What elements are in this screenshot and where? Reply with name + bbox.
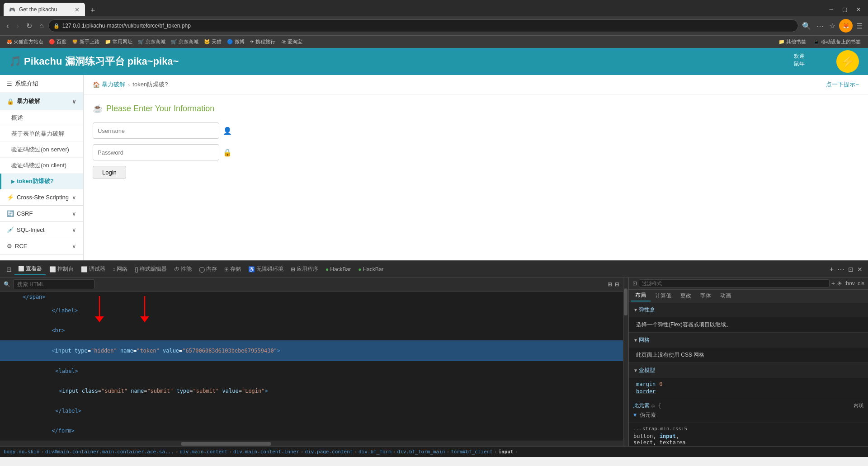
devtools-tab-style-editor[interactable]: {} 样式编辑器 (131, 264, 170, 275)
bookmark-newuser[interactable]: 🦁 新手上路 (69, 38, 102, 46)
breadcrumb-form[interactable]: form#bf_client (451, 449, 493, 455)
flexbox-header[interactable]: ▼ 弹性盒 (629, 302, 868, 317)
window-minimize[interactable]: ─ (826, 5, 837, 14)
sidebar-section-rce[interactable]: ⚙ RCE ∨ (0, 238, 83, 254)
grid-header[interactable]: ▼ 网格 (629, 333, 868, 348)
bookmark-baidu[interactable]: 🔴 百度 (46, 38, 69, 46)
home-button[interactable]: ⌂ (37, 20, 47, 32)
html-scrollbar[interactable] (0, 441, 623, 446)
devtools-inspect-icon[interactable]: ⊡ (4, 264, 14, 275)
filter-styles-input[interactable] (639, 279, 830, 287)
devtools-tab-hackbar1[interactable]: ● HackBar (322, 264, 354, 274)
devtools-tab-inspector[interactable]: ⬜ 查看器 (14, 263, 46, 275)
sidebar-section-csrf[interactable]: 🔄 CSRF ∨ (0, 206, 83, 222)
search-icon[interactable]: 🔍 (800, 20, 813, 32)
tab-close-icon[interactable]: ✕ (75, 6, 80, 13)
sidebar-item-intro[interactable]: ☰ 系统介绍 (0, 75, 83, 93)
devtools-tab-memory[interactable]: ◯ 内存 (195, 264, 221, 275)
sidebar-section-xss[interactable]: ⚡ Cross-Site Scripting ∨ (0, 189, 83, 206)
profile-avatar[interactable]: 🦊 (839, 19, 853, 33)
devtools-tab-console[interactable]: ⬜ 控制台 (46, 264, 77, 275)
devtools-tab-network[interactable]: ↕ 网络 (109, 264, 131, 275)
username-input[interactable] (93, 122, 219, 139)
html-search-input[interactable] (13, 279, 94, 289)
bookmark-mobile[interactable]: 📱 移动设备上的书签 (810, 38, 864, 46)
breadcrumb-expand-icon[interactable]: › (515, 449, 519, 455)
html-line-3[interactable]: <br> (0, 320, 623, 340)
new-tab-button[interactable]: + (87, 6, 99, 14)
active-tab[interactable]: 🎮 Get the pikachu ✕ (4, 3, 85, 16)
boxmodel-header[interactable]: ▼ 盒模型 (629, 363, 868, 378)
bookmark-common[interactable]: 📁 常用网址 (102, 38, 135, 46)
expand-icon-rce: ∨ (72, 243, 76, 249)
html-line-8[interactable]: </form> (0, 421, 623, 441)
bookmark-tmall[interactable]: 🐱 天猫 (201, 38, 224, 46)
html-line-6[interactable]: <input class="submit" name="submit" type… (0, 381, 623, 401)
html-shrink-icon[interactable]: ⊟ (615, 281, 619, 287)
html-line-2[interactable]: </label> (0, 301, 623, 320)
devtools-undock-button[interactable]: ⊡ (846, 264, 855, 275)
sidebar-section-sqlinject[interactable]: 💉 SQL-Inject ∨ (0, 222, 83, 238)
breadcrumb-body[interactable]: body.no-skin (4, 449, 39, 455)
bookmark-jd1[interactable]: 🛒 京东商城 (135, 38, 168, 46)
filter-toggle-icon[interactable]: ☀ (837, 280, 843, 287)
right-tab-animations[interactable]: 动画 (716, 291, 736, 301)
styles-panel: ⊡ + ☀ :hov .cls 布局 计算值 更改 字体 动画 ▼ (628, 278, 868, 446)
sidebar-subitem-server[interactable]: 验证码绕过(on server) (0, 142, 83, 158)
devtools-add-button[interactable]: + (828, 264, 835, 275)
devtools-more-button[interactable]: ⋯ (835, 263, 846, 275)
sidebar-section-brute[interactable]: 🔒 暴力破解 ∨ (0, 93, 83, 110)
devtools-close-button[interactable]: ✕ (855, 264, 864, 275)
hint-link[interactable]: 点一下提示~ (826, 80, 859, 89)
breadcrumb-main-container[interactable]: div#main-container.main-container.ace-sa… (45, 449, 174, 455)
devtools-tab-storage[interactable]: ⊞ 存储 (221, 264, 245, 275)
bootstrap-selector2: select, textarea (633, 439, 863, 446)
sidebar-subitem-form[interactable]: 基于表单的暴力破解 (0, 126, 83, 142)
bookmark-firefox[interactable]: 🦊 火狐官方站点 (4, 38, 46, 46)
bookmark-jd2[interactable]: 🛒 京东商城 (168, 38, 201, 46)
right-tab-computed[interactable]: 计算值 (651, 291, 676, 301)
console-icon: ⬜ (49, 266, 56, 273)
html-line-selected[interactable]: <input type="hidden" name="token" value=… (0, 340, 623, 361)
filter-state-icon[interactable]: :hov .cls (844, 280, 864, 287)
bookmark-other[interactable]: 📁 其他书签 (775, 38, 810, 46)
filter-add-icon[interactable]: + (831, 280, 835, 287)
breadcrumb-main-content[interactable]: div.main-content (180, 449, 228, 455)
window-maximize[interactable]: ▢ (839, 5, 851, 14)
right-tab-fonts[interactable]: 字体 (696, 291, 716, 301)
breadcrumb-bf-form-main[interactable]: div.bf_form_main (397, 449, 445, 455)
sidebar-subitem-token[interactable]: ▶ token防爆破? (0, 174, 83, 189)
html-line-1[interactable]: </span> (0, 293, 623, 301)
right-tab-layout[interactable]: 布局 (631, 290, 651, 301)
bookmark-button[interactable]: ☆ (827, 20, 837, 32)
devtools-tab-performance[interactable]: ⏱ 性能 (170, 264, 195, 275)
html-expand-icon[interactable]: ⊞ (608, 281, 612, 287)
html-line-7[interactable]: </label> (0, 401, 623, 421)
password-input[interactable] (93, 144, 219, 160)
reload-button[interactable]: ↻ (24, 20, 35, 32)
devtools-tab-hackbar2[interactable]: ● HackBar (354, 264, 387, 274)
sidebar-subitem-client[interactable]: 验证码绕过(on client) (0, 158, 83, 174)
breadcrumb-page-content[interactable]: div.page-content (305, 449, 353, 455)
forward-button[interactable]: › (14, 19, 22, 33)
devtools-tab-application[interactable]: ⊞ 应用程序 (287, 264, 322, 275)
menu-button[interactable]: ☰ (854, 20, 864, 32)
bookmark-ctrip[interactable]: ✈ 携程旅行 (247, 38, 278, 46)
right-tab-changes[interactable]: 更改 (676, 291, 696, 301)
devtools-content: 🔍 ⊞ ⊟ (0, 278, 868, 446)
devtools-tab-debugger[interactable]: ⬜ 调试器 (77, 264, 109, 275)
window-close[interactable]: ✕ (853, 5, 864, 14)
extensions-button[interactable]: ⋯ (815, 20, 826, 32)
login-button[interactable]: Login (93, 166, 126, 179)
address-bar[interactable]: 🔒 127.0.0.1/pikachu-master/vul/burteforc… (48, 19, 798, 32)
breadcrumb-home[interactable]: 🏠 暴力破解 (93, 80, 125, 89)
breadcrumb-bf-form[interactable]: div.bf_form (359, 449, 392, 455)
bookmark-taobao[interactable]: 🛍 爱淘宝 (278, 38, 305, 46)
breadcrumb-inner[interactable]: div.main-content-inner (233, 449, 299, 455)
back-button[interactable]: ‹ (4, 19, 12, 33)
breadcrumb-input[interactable]: input (498, 449, 513, 455)
bookmark-weibo[interactable]: 🔵 微博 (224, 38, 247, 46)
devtools-tab-a11y[interactable]: ♿ 无障碍环境 (245, 264, 287, 275)
sidebar-subitem-overview[interactable]: 概述 (0, 110, 83, 126)
html-line-5[interactable]: <label> (0, 361, 623, 381)
